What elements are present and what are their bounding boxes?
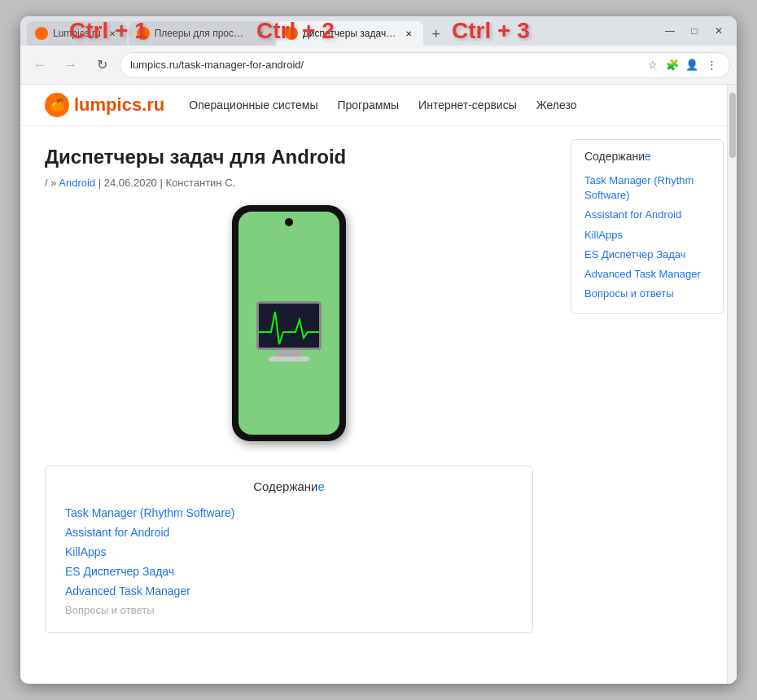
maximize-button[interactable]: □ — [683, 20, 706, 42]
address-icons: ☆ 🧩 👤 ⋮ — [645, 57, 720, 73]
browser-window: Lumpics.ru ✕ Плееры для просмотра 4К ✕ Д… — [20, 16, 737, 684]
article-meta: / » Android | 24.06.2020 | Константин С. — [45, 177, 533, 189]
tab1-favicon — [35, 27, 48, 40]
menu-icon[interactable]: ⋮ — [703, 57, 720, 73]
article-toc-title: Содержание — [65, 479, 513, 493]
extensions-icon[interactable]: 🧩 — [664, 57, 680, 73]
tab1-label: Lumpics.ru — [53, 28, 101, 39]
back-button[interactable]: ← — [27, 52, 53, 78]
tab1-close[interactable]: ✕ — [106, 27, 119, 40]
sidebar-toc-link-4[interactable]: Advanced Task Manager — [584, 265, 710, 284]
page-content: 🍊 lumpics.ru Операционные системы Програ… — [20, 85, 737, 684]
ecg-svg — [259, 304, 319, 348]
scrollbar-track[interactable] — [727, 126, 737, 684]
phone-container — [216, 205, 362, 449]
sidebar-toc-title: Содержание — [584, 150, 710, 163]
sidebar-toc-link-0[interactable]: Task Manager (Rhythm Software) — [584, 171, 710, 205]
sidebar-toc-link-1[interactable]: Assistant for Android — [584, 205, 710, 225]
address-bar[interactable]: lumpics.ru/task-manager-for-android/ ☆ 🧩… — [120, 52, 730, 78]
sidebar-toc-link-5[interactable]: Вопросы и ответы — [584, 284, 710, 304]
sidebar-toc-link-3[interactable]: ES Диспетчер Задач — [584, 245, 710, 265]
phone-notch — [285, 218, 293, 226]
phone-screen — [238, 212, 339, 435]
scrollbar-thumb[interactable] — [729, 126, 736, 158]
breadcrumb-link[interactable]: Android — [59, 177, 95, 189]
article-area: Диспетчеры задач для Android / » Android… — [20, 126, 558, 684]
nav-hardware[interactable]: Железо — [536, 98, 577, 112]
article-toc-link-4[interactable]: Advanced Task Manager — [65, 581, 513, 601]
article-toc-link-1[interactable]: Assistant for Android — [65, 523, 513, 542]
site-nav: Операционные системы Программы Интернет-… — [189, 98, 576, 112]
article-toc-link-0[interactable]: Task Manager (Rhythm Software) — [65, 503, 513, 523]
article-toc-link-3[interactable]: ES Диспетчер Задач — [65, 562, 513, 581]
sidebar-toc-link-2[interactable]: KillApps — [584, 225, 710, 245]
toolbar: ← → ↻ lumpics.ru/task-manager-for-androi… — [20, 46, 737, 85]
tab-lumpics[interactable]: Lumpics.ru ✕ — [27, 21, 127, 46]
nav-os[interactable]: Операционные системы — [189, 98, 317, 112]
tab3-favicon — [285, 27, 298, 40]
bookmark-icon[interactable]: ☆ — [645, 57, 661, 73]
logo-text: lumpics.ru — [74, 94, 164, 116]
monitor-base — [269, 357, 309, 361]
site-header: 🍊 lumpics.ru Операционные системы Програ… — [20, 85, 737, 126]
minimize-button[interactable]: — — [659, 20, 681, 42]
refresh-button[interactable]: ↻ — [89, 52, 115, 78]
logo-icon: 🍊 — [45, 93, 69, 117]
account-icon[interactable]: 👤 — [684, 57, 700, 73]
tab3-label: Диспетчеры задач для Ан... — [303, 28, 397, 39]
tabs-bar: Lumpics.ru ✕ Плееры для просмотра 4К ✕ Д… — [27, 16, 659, 46]
tab2-close[interactable]: ✕ — [254, 27, 267, 40]
tab3-close[interactable]: ✕ — [402, 27, 415, 40]
article-toc-box: Содержание Task Manager (Rhythm Software… — [45, 466, 533, 633]
phone-image — [232, 205, 346, 441]
tab2-favicon — [137, 27, 150, 40]
nav-internet[interactable]: Интернет-сервисы — [418, 98, 517, 112]
sidebar-toc-box: Содержание Task Manager (Rhythm Software… — [571, 139, 724, 314]
tab-dispatchers[interactable]: Диспетчеры задач для Ан... ✕ — [277, 21, 423, 46]
site-logo[interactable]: 🍊 lumpics.ru — [45, 93, 164, 117]
monitor-stand — [277, 350, 301, 357]
monitor-screen — [256, 301, 322, 350]
new-tab-button[interactable]: + — [425, 23, 448, 46]
tab-players[interactable]: Плееры для просмотра 4К ✕ — [129, 21, 275, 46]
close-button[interactable]: ✕ — [707, 20, 730, 42]
article-title: Диспетчеры задач для Android — [45, 146, 533, 168]
article-toc-link-2[interactable]: KillApps — [65, 542, 513, 562]
nav-programs[interactable]: Программы — [337, 98, 399, 112]
tab2-label: Плееры для просмотра 4К — [155, 28, 249, 39]
url-text: lumpics.ru/task-manager-for-android/ — [130, 59, 638, 71]
title-bar: Lumpics.ru ✕ Плееры для просмотра 4К ✕ Д… — [20, 16, 737, 46]
sidebar-area: Содержание Task Manager (Rhythm Software… — [558, 126, 737, 684]
window-controls-right: — □ ✕ — [659, 20, 730, 42]
forward-button[interactable]: → — [58, 52, 84, 78]
article-toc-link-5: Вопросы и ответы — [65, 601, 513, 619]
main-area: Диспетчеры задач для Android / » Android… — [20, 126, 737, 684]
